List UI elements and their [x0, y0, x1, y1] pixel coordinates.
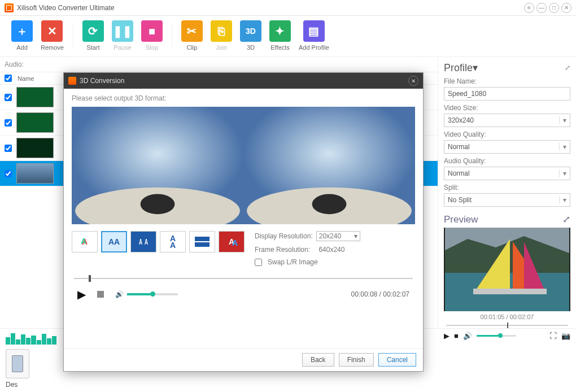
preview-viewport — [444, 228, 570, 311]
scissors-icon: ✂ — [181, 20, 203, 42]
stop-button[interactable]: ■ Stop — [141, 20, 163, 51]
add-profile-button[interactable]: ▤ Add Profile — [299, 20, 329, 51]
settings-button[interactable]: ≡ — [524, 3, 534, 13]
dialog-title: 3D Conversion — [80, 77, 124, 85]
3d-conversion-dialog: 3D Conversion ✕ Please select output 3D … — [63, 72, 424, 372]
profile-panel: Profile▾ ⤢ File Name: Video Size: 320x24… — [438, 57, 576, 328]
audio-label: Audio: — [0, 57, 438, 72]
svg-point-12 — [312, 194, 347, 215]
expand-preview-icon[interactable]: ⤢ — [562, 214, 570, 225]
name-column: Name — [18, 75, 34, 82]
volume-icon[interactable]: 🔊 — [115, 290, 124, 298]
dialog-player: ▶ 🔊 00:00:08 / 00:02:07 — [72, 288, 415, 301]
dialog-icon — [68, 77, 76, 85]
expand-icon[interactable]: ⤢ — [565, 64, 570, 72]
volume-slider[interactable] — [477, 335, 516, 337]
right-eye-image — [243, 107, 415, 224]
swap-lr-checkbox[interactable] — [255, 259, 262, 266]
format-side-by-side[interactable]: AA — [101, 231, 127, 252]
app-title: Xilisoft Video Converter Ultimate — [17, 4, 115, 12]
refresh-icon: ⟳ — [82, 20, 104, 42]
video-size-select[interactable]: 320x240▾ — [444, 114, 570, 127]
app-icon — [5, 3, 14, 12]
dialog-titlebar: 3D Conversion ✕ — [64, 73, 423, 89]
thumbnail — [16, 163, 54, 184]
stop-icon: ■ — [141, 20, 163, 42]
row-checkbox[interactable] — [5, 145, 12, 152]
file-name-label: File Name: — [444, 77, 570, 85]
display-resolution-row: Display Resolution: 20x240▾ — [255, 231, 415, 241]
close-button[interactable]: ✕ — [561, 3, 571, 13]
clip-button[interactable]: ✂ Clip — [181, 20, 203, 51]
volume-slider[interactable] — [127, 293, 178, 295]
minimize-button[interactable]: — — [536, 3, 547, 13]
dialog-prompt: Please select output 3D format: — [72, 94, 415, 102]
format-side-by-side-full[interactable]: AA — [130, 231, 156, 252]
volume-control: 🔊 — [115, 290, 178, 298]
row-checkbox[interactable] — [5, 119, 12, 127]
plus-icon: ＋ — [11, 20, 33, 42]
cancel-button[interactable]: Cancel — [378, 353, 416, 367]
join-button[interactable]: ⎘ Join — [211, 20, 232, 51]
thumbnail — [16, 87, 54, 107]
waveform — [6, 332, 56, 345]
dialog-seek[interactable] — [72, 274, 415, 283]
wand-icon: ✦ — [269, 20, 291, 42]
add-button[interactable]: ＋ Add — [11, 20, 33, 51]
maximize-button[interactable]: □ — [549, 3, 559, 13]
document-icon: ▤ — [303, 20, 325, 42]
x-icon: ✕ — [41, 20, 63, 42]
device-icon[interactable] — [6, 349, 29, 378]
audio-quality-label: Audio Quality: — [444, 157, 570, 165]
3d-preview — [72, 107, 415, 224]
left-eye-image — [72, 107, 243, 224]
remove-button[interactable]: ✕ Remove — [41, 20, 64, 51]
thumbnail — [16, 112, 54, 133]
format-options: A AA AA AA AA — [72, 231, 245, 266]
play-icon[interactable]: ▶ — [77, 288, 86, 301]
dialog-buttons: Back Finish Cancel — [64, 348, 423, 371]
frame-resolution-row: Frame Resolution: 640x240 — [255, 246, 415, 254]
format-top-bottom-full[interactable] — [189, 231, 215, 252]
format-top-bottom[interactable]: AA — [160, 231, 186, 252]
preview-seek[interactable] — [444, 321, 570, 329]
row-checkbox[interactable] — [5, 170, 12, 177]
audio-quality-select[interactable]: Normal▾ — [444, 167, 570, 180]
svg-rect-6 — [473, 289, 547, 294]
row-checkbox[interactable] — [5, 94, 12, 101]
select-all-checkbox[interactable] — [5, 75, 12, 82]
3d-button[interactable]: 3D 3D — [240, 20, 261, 51]
join-icon: ⎘ — [211, 20, 232, 42]
title-bar: Xilisoft Video Converter Ultimate ≡ — □ … — [0, 0, 576, 16]
3d-icon: 3D — [240, 20, 261, 42]
separator — [73, 24, 73, 47]
display-resolution-select[interactable]: 20x240▾ — [316, 231, 360, 241]
start-button[interactable]: ⟳ Start — [82, 20, 104, 51]
dialog-close-button[interactable]: ✕ — [408, 76, 418, 86]
preview-time: 00:01:05 / 00:02:07 — [444, 313, 570, 320]
thumbnail — [16, 138, 54, 158]
main-toolbar: ＋ Add ✕ Remove ⟳ Start ❚❚ Pause ■ Stop ✂… — [0, 16, 576, 57]
pause-button[interactable]: ❚❚ Pause — [112, 20, 133, 51]
video-quality-select[interactable]: Normal▾ — [444, 140, 570, 154]
swap-lr-row: Swap L/R Image — [255, 258, 415, 266]
sailboat-image — [444, 228, 570, 311]
file-name-input[interactable] — [444, 87, 570, 101]
finish-button[interactable]: Finish — [339, 353, 374, 367]
destination-label: Des — [6, 381, 570, 389]
back-button[interactable]: Back — [302, 353, 334, 367]
video-quality-label: Video Quality: — [444, 130, 570, 138]
stop-icon[interactable] — [97, 291, 104, 298]
pause-icon: ❚❚ — [112, 20, 133, 42]
profile-heading[interactable]: Profile▾ ⤢ — [444, 62, 570, 74]
format-anaglyph[interactable]: A — [72, 231, 98, 252]
split-select[interactable]: No Split▾ — [444, 193, 570, 207]
separator — [172, 24, 172, 47]
video-size-label: Video Size: — [444, 104, 570, 112]
effects-button[interactable]: ✦ Effects — [269, 20, 291, 51]
format-anaglyph-alt[interactable]: AA — [219, 231, 245, 252]
preview-heading: Preview ⤢ — [444, 214, 570, 225]
split-label: Split: — [444, 184, 570, 191]
svg-point-9 — [141, 194, 175, 215]
dialog-time: 00:00:08 / 00:02:07 — [351, 290, 409, 298]
